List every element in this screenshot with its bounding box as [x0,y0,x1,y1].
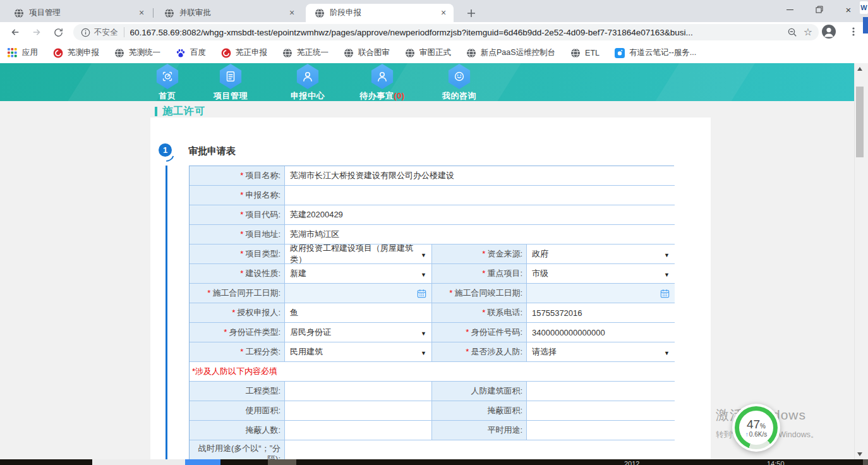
show-desktop-button[interactable] [863,459,868,465]
select-value: 民用建筑 [290,346,323,358]
field-label-peacetime-use: 平时用途: [432,421,527,440]
window-close-button[interactable]: × [834,0,863,19]
field-input-shelter-capacity[interactable] [285,421,432,440]
bookmark-item[interactable]: 芜正申报 [221,47,267,58]
apps-grid-icon [8,48,18,58]
field-input-declare-name[interactable] [285,186,675,205]
bookmark-label: 百度 [190,47,206,58]
scrollbar-up-arrow[interactable] [857,67,862,71]
browser-tab[interactable]: 并联审批× [155,4,302,22]
bookmark-item[interactable]: ETL [570,48,600,58]
browser-tab-strip: 项目管理×并联审批×阶段申报× × [0,0,868,22]
bookmark-item[interactable]: 芜测统一 [114,47,160,58]
new-tab-button[interactable] [464,6,479,21]
field-select-engineering-class[interactable]: 民用建筑 [285,342,432,362]
tab-close-icon[interactable]: × [136,8,147,18]
nav-item-label: 我的咨询 [418,90,500,101]
calendar-icon[interactable] [660,289,670,298]
person-icon [370,64,394,89]
field-input-project-address[interactable]: 芜湖市鸠江区 [285,225,675,245]
field-select-id-type[interactable]: 居民身份证 [285,323,432,342]
windows-taskbar[interactable]: 2012 14:50 [0,459,868,465]
browser-menu-button[interactable] [848,26,859,40]
field-label-fund-source: *资金来源: [432,245,527,264]
security-label: 不安全 [94,27,118,38]
required-asterisk: * [240,210,243,220]
calendar-icon[interactable] [417,289,426,298]
tab-close-icon[interactable]: × [287,8,297,18]
chevron-down-icon [664,250,670,259]
bookmark-item[interactable]: 芜测申报 [53,47,99,58]
browser-tab[interactable]: 项目管理× [5,4,152,22]
bookmark-item[interactable]: 有道云笔记--服务... [615,47,696,58]
field-label-authorized-declarant: *授权申报人: [190,303,285,323]
field-input-project-code[interactable]: 芜建20200429 [285,205,675,225]
field-input-peacetime-use[interactable] [527,421,675,440]
back-button[interactable] [8,25,23,40]
field-input-project-name[interactable]: 芜湖市长江大桥投资建设有限公司办公楼建设 [285,166,675,186]
globe-icon [466,48,476,58]
bookmark-label: 审图正式 [419,47,451,58]
bookmark-label: 芜测申报 [68,47,99,58]
required-asterisk: * [232,308,235,318]
address-bar[interactable]: 不安全 60.167.58.69:8082/whgg-xmsbdt-test/e… [73,24,819,40]
forward-arrow-icon [31,27,42,38]
field-input-cd-building-area[interactable] [527,382,675,401]
bookmark-item[interactable]: 应用 [8,47,38,58]
browser-tab[interactable]: 阶段申报× [306,4,454,22]
nav-item-person[interactable]: 申报中心 [267,63,349,101]
bookmark-item[interactable]: 芜正统一 [282,47,329,58]
field-date-contract-start-date[interactable] [285,284,432,303]
required-asterisk: * [240,190,243,200]
field-label-project-name: *项目名称: [190,166,285,186]
reload-button[interactable] [51,25,66,40]
bookmark-star-icon[interactable]: ☆ [804,27,812,37]
field-select-fund-source[interactable]: 政府 [527,245,675,264]
gauge-upload-speed: 0.6K/s [745,431,767,438]
bookmark-item[interactable]: 新点PaaS运维控制台 [466,47,555,58]
window-restore-button[interactable] [805,0,834,19]
chevron-down-icon [664,347,670,357]
scrollbar-thumb[interactable] [856,87,864,157]
bookmark-item[interactable]: 审图正式 [405,47,451,58]
field-select-build-nature[interactable]: 新建 [285,264,432,284]
tab-close-icon[interactable]: × [438,8,449,18]
nav-item-project-list[interactable]: 项目管理 [190,63,272,101]
select-value: 居民身份证 [290,327,331,338]
bookmark-item[interactable]: 联合图审 [344,47,390,58]
field-input-use-area[interactable] [285,401,432,421]
field-input-engineering-type[interactable] [285,382,432,401]
taskbar-app-button[interactable] [268,459,296,465]
taskbar-active-app[interactable] [185,459,220,465]
required-asterisk: * [240,249,243,259]
red-badge-icon [53,48,63,58]
gauge-percent: 47% [747,418,766,430]
field-input-contact-phone[interactable]: 15755372016 [527,303,675,323]
field-select-project-type[interactable]: 政府投资工程建设项目（房屋建筑类） [285,245,432,264]
taskbar-search-box[interactable] [92,459,185,465]
page-scrollbar[interactable] [854,63,865,465]
field-label-project-type: *项目类型: [190,245,285,264]
chevron-down-icon [664,269,670,279]
window-minimize-button[interactable] [775,0,804,19]
nav-item-person[interactable]: 待办事宜(0) [341,63,423,101]
restore-icon [816,6,823,13]
field-input-authorized-declarant[interactable]: 鱼 [285,303,432,323]
nav-item-consult-smile[interactable]: 我的咨询 [418,63,500,101]
zoom-out-icon[interactable] [787,27,797,37]
info-icon[interactable] [81,28,90,37]
field-input-shelter-area[interactable] [527,401,675,421]
bookmark-item[interactable]: 百度 [176,47,206,58]
forward-button[interactable] [29,25,44,40]
scrollbar-down-arrow[interactable] [857,452,862,456]
field-date-contract-end-date[interactable] [527,284,675,303]
bookmark-label: 新点PaaS运维控制台 [481,47,555,58]
field-select-civil-defense-involved[interactable]: 请选择 [527,342,675,362]
globe-icon [570,48,581,58]
network-speed-gauge[interactable]: 47% 0.6K/s [732,404,780,452]
avatar-icon [821,24,836,39]
field-select-key-project[interactable]: 市级 [527,264,675,284]
gauge-inner: 47% 0.6K/s [739,411,773,445]
profile-avatar[interactable] [821,24,836,42]
field-input-id-number[interactable]: 3400000000000000 [527,323,675,342]
